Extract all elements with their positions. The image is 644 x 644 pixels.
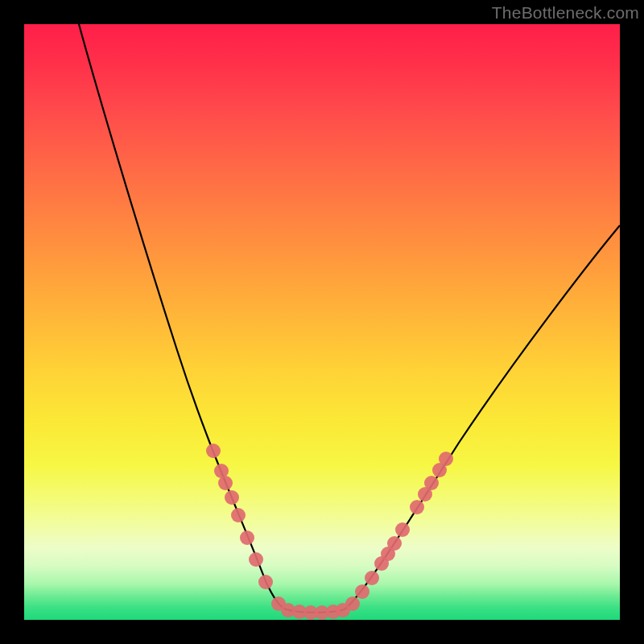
data-point (240, 530, 254, 545)
data-point (365, 571, 379, 585)
chart-plot-area (24, 24, 620, 620)
data-point (258, 575, 273, 589)
data-point (249, 552, 263, 567)
data-point (410, 500, 424, 514)
data-point (218, 476, 233, 490)
data-point (387, 536, 402, 551)
bottleneck-curve (24, 24, 620, 620)
data-point (231, 508, 246, 522)
watermark-text: TheBottleneck.com (492, 3, 639, 23)
marker-group (206, 444, 453, 620)
data-point (439, 452, 453, 466)
data-point (345, 597, 360, 611)
data-point (424, 476, 439, 490)
curve-left-branch (79, 24, 287, 609)
data-point (206, 444, 221, 458)
data-point (355, 584, 369, 599)
data-point (395, 522, 410, 537)
data-point (225, 490, 239, 505)
